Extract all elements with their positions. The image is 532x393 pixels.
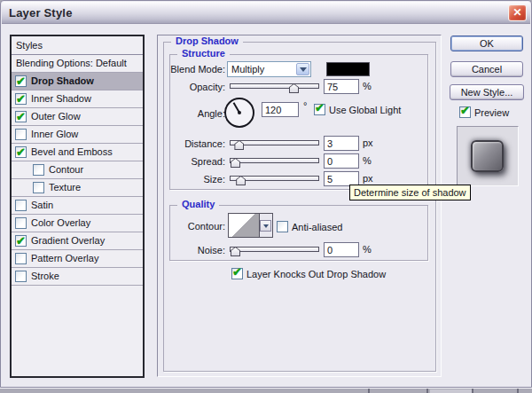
new-style-button[interactable]: New Style... bbox=[450, 84, 524, 100]
style-item-bevel-and-emboss[interactable]: ✔ Bevel and Emboss bbox=[12, 144, 143, 161]
check-icon: ✔ bbox=[232, 265, 242, 279]
style-item-label: Texture bbox=[49, 182, 81, 193]
spread-slider-thumb[interactable] bbox=[231, 158, 240, 168]
preview-layer-shape bbox=[471, 140, 504, 172]
size-slider[interactable] bbox=[230, 176, 319, 181]
style-checkbox[interactable]: ✔ bbox=[15, 75, 27, 87]
style-item-label: Satin bbox=[31, 200, 53, 210]
close-button[interactable]: ✕ bbox=[508, 4, 527, 21]
distance-slider-thumb[interactable] bbox=[234, 140, 244, 150]
distance-input[interactable] bbox=[324, 136, 359, 151]
opacity-label: Opacity: bbox=[158, 82, 225, 92]
style-item-satin[interactable]: ✔ Satin bbox=[12, 197, 143, 215]
check-icon: ✔ bbox=[16, 108, 26, 125]
quality-group-title: Quality bbox=[177, 199, 219, 209]
distance-unit: px bbox=[363, 138, 373, 148]
style-item-gradient-overlay[interactable]: ✔ Gradient Overlay bbox=[12, 232, 143, 250]
style-item-label: Pattern Overlay bbox=[31, 253, 98, 263]
style-checkbox[interactable]: ✔ bbox=[15, 146, 27, 158]
style-item-pattern-overlay[interactable]: ✔ Pattern Overlay bbox=[12, 250, 143, 268]
noise-slider-thumb[interactable] bbox=[231, 247, 240, 256]
noise-label: Noise: bbox=[158, 245, 225, 255]
structure-group-title: Structure bbox=[177, 48, 230, 59]
style-item-stroke[interactable]: ✔ Stroke bbox=[12, 268, 143, 286]
knockout-checkbox[interactable]: ✔ bbox=[231, 268, 243, 279]
noise-slider[interactable] bbox=[230, 247, 319, 252]
noise-input[interactable] bbox=[324, 242, 359, 257]
spread-label: Spread: bbox=[158, 156, 225, 167]
style-item-color-overlay[interactable]: ✔ Color Overlay bbox=[12, 215, 143, 232]
style-item-outer-glow[interactable]: ✔ Outer Glow bbox=[12, 108, 143, 126]
background-window-divider bbox=[517, 389, 519, 393]
style-item-label: Inner Glow bbox=[31, 129, 78, 139]
size-slider-thumb[interactable] bbox=[236, 176, 246, 185]
blend-mode-select[interactable]: Multiply bbox=[227, 61, 311, 77]
style-item-inner-shadow[interactable]: ✔ Inner Shadow bbox=[12, 90, 143, 108]
use-global-light-checkbox[interactable]: ✔ bbox=[314, 104, 325, 115]
chevron-down-icon bbox=[300, 67, 307, 72]
size-unit: px bbox=[363, 173, 373, 184]
anti-aliased-label: Anti-aliased bbox=[292, 222, 342, 232]
style-checkbox[interactable]: ✔ bbox=[15, 200, 27, 211]
drop-shadow-group-title: Drop Shadow bbox=[171, 35, 243, 46]
tooltip-text: Determine size of shadow bbox=[354, 187, 466, 198]
shadow-color-swatch[interactable] bbox=[326, 62, 370, 76]
check-icon: ✔ bbox=[315, 101, 325, 114]
angle-dial-center bbox=[238, 111, 241, 114]
noise-unit: % bbox=[363, 244, 372, 255]
check-icon: ✔ bbox=[16, 232, 26, 249]
style-checkbox[interactable]: ✔ bbox=[15, 129, 27, 140]
background-window-divider bbox=[426, 389, 428, 393]
angle-input[interactable] bbox=[262, 102, 299, 117]
contour-arrow-button[interactable] bbox=[260, 220, 271, 232]
style-checkbox[interactable]: ✔ bbox=[15, 93, 27, 105]
contour-picker[interactable] bbox=[228, 213, 273, 238]
opacity-slider-thumb[interactable] bbox=[289, 83, 299, 93]
style-checkbox[interactable]: ✔ bbox=[15, 235, 27, 247]
style-item-label: Inner Shadow bbox=[31, 93, 91, 104]
anti-aliased-checkbox[interactable]: ✔ bbox=[277, 221, 288, 232]
style-item-inner-glow[interactable]: ✔ Inner Glow bbox=[12, 126, 143, 144]
check-icon: ✔ bbox=[16, 90, 26, 107]
style-checkbox[interactable]: ✔ bbox=[15, 271, 27, 282]
combo-arrow-button[interactable] bbox=[296, 63, 309, 75]
style-checkbox[interactable]: ✔ bbox=[33, 164, 44, 176]
style-item-contour[interactable]: ✔ Contour bbox=[12, 161, 143, 179]
check-icon: ✔ bbox=[16, 144, 26, 161]
style-item-drop-shadow[interactable]: ✔ Drop Shadow bbox=[12, 73, 143, 90]
titlebar[interactable]: Layer Style ✕ bbox=[2, 2, 530, 24]
style-checkbox[interactable]: ✔ bbox=[15, 253, 27, 264]
spread-input[interactable] bbox=[324, 153, 359, 169]
background-window-divider bbox=[368, 389, 370, 393]
style-checkbox[interactable]: ✔ bbox=[15, 111, 27, 122]
preview-thumbnail bbox=[457, 126, 519, 186]
knockout-label: Layer Knocks Out Drop Shadow bbox=[246, 269, 386, 279]
style-item-blending-options[interactable]: Blending Options: Default bbox=[12, 55, 143, 73]
style-item-label: Outer Glow bbox=[31, 111, 81, 122]
size-label: Size: bbox=[158, 174, 225, 185]
style-item-label: Color Overlay bbox=[31, 217, 90, 228]
blend-mode-label: Blend Mode: bbox=[158, 64, 225, 75]
spread-unit: % bbox=[363, 155, 372, 166]
preview-checkbox[interactable]: ✔ bbox=[459, 106, 471, 118]
background-window-segment bbox=[430, 389, 472, 393]
cancel-button[interactable]: Cancel bbox=[450, 61, 523, 77]
style-checkbox[interactable]: ✔ bbox=[15, 217, 27, 229]
style-item-texture[interactable]: ✔ Texture bbox=[12, 179, 143, 197]
style-checkbox[interactable]: ✔ bbox=[33, 182, 44, 193]
contour-thumbnail[interactable] bbox=[229, 214, 260, 237]
opacity-slider[interactable] bbox=[230, 83, 319, 89]
distance-slider[interactable] bbox=[230, 140, 319, 145]
angle-dial[interactable] bbox=[224, 98, 254, 128]
spread-slider[interactable] bbox=[230, 158, 319, 163]
check-icon: ✔ bbox=[16, 73, 26, 90]
use-global-light-label: Use Global Light bbox=[329, 105, 401, 115]
ok-button[interactable]: OK bbox=[450, 35, 523, 51]
angle-unit: ° bbox=[303, 100, 307, 111]
chevron-down-icon bbox=[263, 224, 269, 228]
opacity-input[interactable] bbox=[324, 79, 359, 94]
tooltip: Determine size of shadow bbox=[349, 185, 471, 200]
background-window-divider bbox=[472, 389, 473, 393]
styles-panel: Styles Blending Options: Default ✔ Drop … bbox=[10, 35, 145, 378]
opacity-unit: % bbox=[363, 81, 372, 91]
